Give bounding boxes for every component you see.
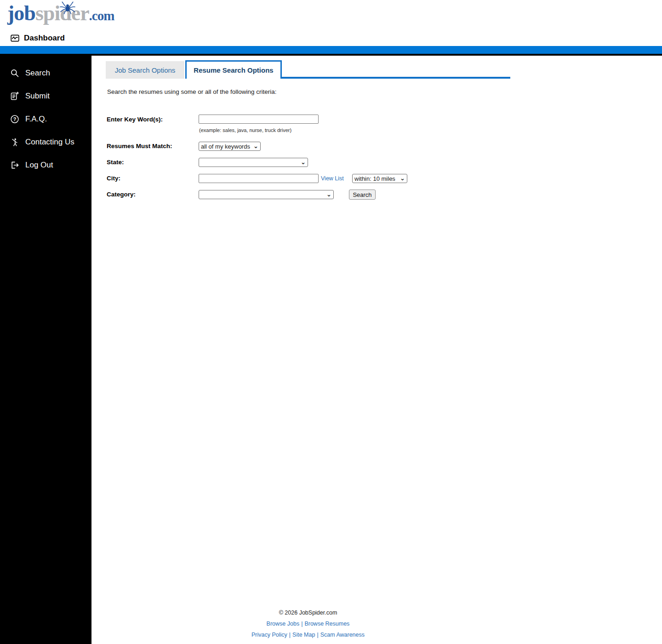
city-radius-select[interactable]: within: 10 miles bbox=[352, 174, 407, 183]
city-input[interactable] bbox=[199, 174, 319, 183]
header-divider bbox=[0, 54, 662, 56]
state-label: State: bbox=[107, 159, 124, 166]
jobspider-logo[interactable]: jobspider.com bbox=[7, 1, 114, 29]
view-list-link[interactable]: View List bbox=[321, 175, 344, 182]
dashboard-icon bbox=[10, 34, 20, 43]
copyright-text: © 2026 JobSpider.com bbox=[91, 610, 525, 616]
category-select[interactable] bbox=[199, 190, 334, 199]
spider-icon bbox=[59, 0, 76, 14]
header: jobspider.com bbox=[0, 0, 662, 46]
page: jobspider.com bbox=[0, 0, 662, 644]
resumes-must-match-label: Resumes Must Match: bbox=[107, 143, 172, 150]
sidebar-item-search[interactable]: Search bbox=[0, 62, 91, 85]
sidebar-item-label: Log Out bbox=[25, 161, 53, 170]
svg-text:?: ? bbox=[13, 116, 17, 122]
dashboard-nav[interactable]: Dashboard bbox=[10, 34, 65, 43]
scam-awareness-link[interactable]: Scam Awareness bbox=[320, 632, 365, 638]
logo-text-job: job bbox=[7, 1, 35, 25]
browse-resumes-link[interactable]: Browse Resumes bbox=[304, 621, 349, 627]
sidebar-item-submit[interactable]: Submit bbox=[0, 85, 91, 108]
keywords-label: Enter Key Word(s): bbox=[107, 116, 163, 123]
keywords-input[interactable] bbox=[199, 115, 319, 124]
tab-resume-search-options[interactable]: Resume Search Options bbox=[185, 60, 282, 79]
form-intro-text: Search the resumes using some or all of … bbox=[107, 88, 276, 95]
footer-links-row-2: Privacy Policy|Site Map|Scam Awareness bbox=[91, 632, 525, 638]
question-circle-icon: ? bbox=[10, 115, 19, 124]
tab-job-search-options[interactable]: Job Search Options bbox=[106, 61, 184, 79]
sidebar-item-log-out[interactable]: Log Out bbox=[0, 154, 91, 177]
tab-underline bbox=[282, 77, 510, 79]
site-map-link[interactable]: Site Map bbox=[292, 632, 315, 638]
sidebar-item-faq[interactable]: ? F.A.Q. bbox=[0, 108, 91, 131]
sidebar-item-label: Contacting Us bbox=[25, 138, 74, 147]
sidebar: Search Submit ? F.A.Q. bbox=[0, 56, 91, 644]
footer-separator: | bbox=[289, 632, 291, 638]
sidebar-item-label: F.A.Q. bbox=[25, 115, 47, 124]
sidebar-item-label: Search bbox=[25, 69, 50, 78]
footer-separator: | bbox=[317, 632, 318, 638]
sidebar-item-label: Submit bbox=[25, 92, 50, 101]
submit-document-icon bbox=[10, 92, 19, 101]
state-select[interactable] bbox=[199, 158, 308, 167]
city-label: City: bbox=[107, 175, 120, 182]
sidebar-item-contacting-us[interactable]: Contacting Us bbox=[0, 131, 91, 154]
dashboard-label: Dashboard bbox=[24, 34, 65, 43]
logout-arrow-icon bbox=[10, 161, 19, 170]
search-button[interactable]: Search bbox=[349, 190, 376, 200]
logo-text-com: .com bbox=[89, 8, 114, 23]
category-label: Category: bbox=[107, 191, 136, 198]
privacy-policy-link[interactable]: Privacy Policy bbox=[251, 632, 287, 638]
top-accent-bar bbox=[0, 46, 662, 54]
footer-separator: | bbox=[301, 621, 302, 627]
sidebar-menu: Search Submit ? F.A.Q. bbox=[0, 62, 91, 177]
browse-jobs-link[interactable]: Browse Jobs bbox=[267, 621, 300, 627]
search-icon bbox=[10, 69, 19, 78]
resumes-must-match-select[interactable]: all of my keywords bbox=[199, 142, 261, 151]
keywords-hint: (example: sales, java, nurse, truck driv… bbox=[199, 127, 291, 133]
waving-person-icon bbox=[10, 138, 19, 147]
footer: © 2026 JobSpider.com Browse Jobs|Browse … bbox=[91, 610, 525, 638]
footer-links-row-1: Browse Jobs|Browse Resumes bbox=[91, 621, 525, 627]
